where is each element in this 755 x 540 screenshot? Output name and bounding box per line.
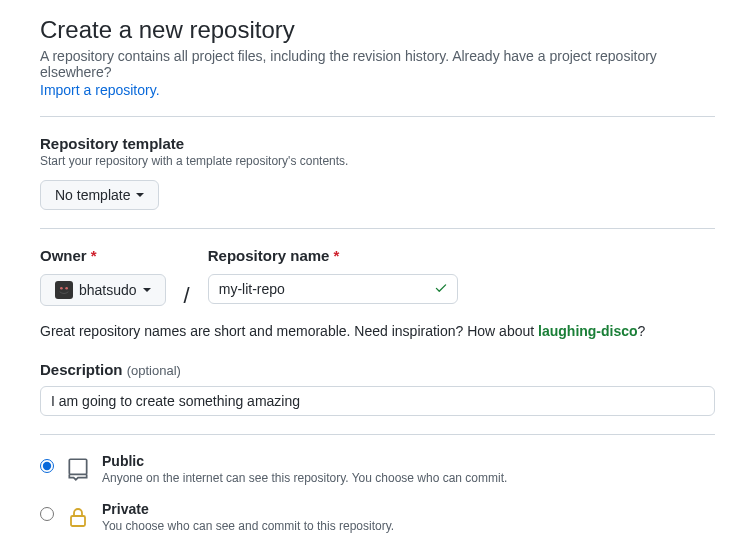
- owner-selected: bhatsudo: [79, 282, 137, 298]
- page-subtitle: A repository contains all project files,…: [40, 48, 715, 80]
- owner-label: Owner *: [40, 247, 166, 264]
- name-helper: Great repository names are short and mem…: [40, 323, 715, 339]
- repo-icon: [64, 455, 92, 483]
- template-selected: No template: [55, 187, 130, 203]
- chevron-down-icon: [143, 288, 151, 292]
- template-label: Repository template: [40, 135, 715, 152]
- divider: [40, 228, 715, 229]
- visibility-public-radio[interactable]: [40, 459, 54, 473]
- repo-name-label: Repository name *: [208, 247, 458, 264]
- owner-repo-separator: /: [182, 283, 192, 309]
- description-label: Description (optional): [40, 361, 715, 378]
- template-sub: Start your repository with a template re…: [40, 154, 715, 168]
- required-marker: *: [91, 247, 97, 264]
- required-marker: *: [334, 247, 340, 264]
- svg-rect-2: [69, 459, 86, 474]
- name-suggestion-link[interactable]: laughing-disco: [538, 323, 638, 339]
- visibility-public-desc: Anyone on the internet can see this repo…: [102, 471, 507, 485]
- chevron-down-icon: [136, 193, 144, 197]
- check-icon: [434, 281, 448, 298]
- repo-name-input[interactable]: [208, 274, 458, 304]
- avatar: [55, 281, 73, 299]
- visibility-private-radio[interactable]: [40, 507, 54, 521]
- divider: [40, 434, 715, 435]
- svg-rect-3: [71, 516, 85, 526]
- description-input[interactable]: [40, 386, 715, 416]
- visibility-public-title: Public: [102, 453, 144, 469]
- svg-point-0: [60, 287, 63, 290]
- visibility-private-desc: You choose who can see and commit to thi…: [102, 519, 394, 533]
- divider: [40, 116, 715, 117]
- page-title: Create a new repository: [40, 16, 715, 44]
- import-repo-link[interactable]: Import a repository.: [40, 82, 160, 98]
- owner-select[interactable]: bhatsudo: [40, 274, 166, 306]
- lock-icon: [64, 503, 92, 531]
- visibility-private-title: Private: [102, 501, 149, 517]
- template-select[interactable]: No template: [40, 180, 159, 210]
- svg-point-1: [65, 287, 68, 290]
